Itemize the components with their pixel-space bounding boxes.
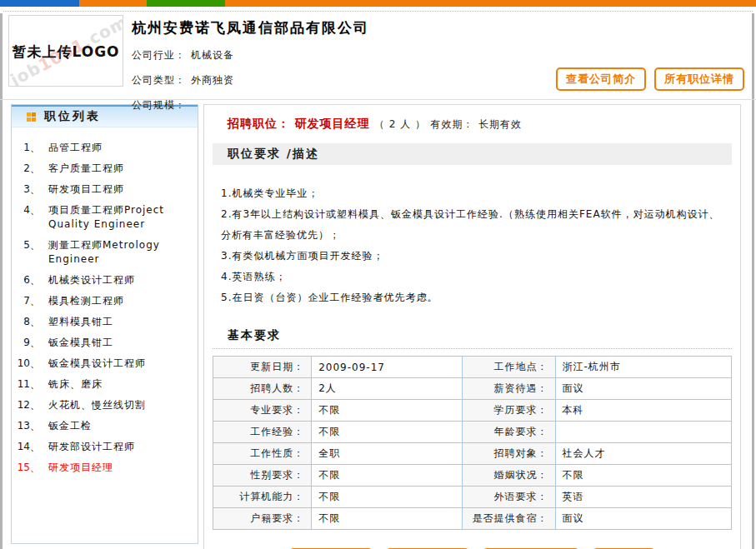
validity-value: 长期有效	[478, 118, 522, 130]
sidebar-job-item-3[interactable]: 3、研发项目工程师	[12, 179, 193, 200]
company-logo-placeholder: job1001.com 暂未上传LOGO	[8, 15, 123, 87]
job-headcount: （ 2 人 ）	[374, 118, 426, 130]
job-item-label: 研发项目工程师	[48, 182, 193, 197]
job-item-label: 钣金工检	[48, 419, 193, 433]
job-item-label: 研发部设计工程师	[48, 440, 193, 454]
job-item-number: 3、	[12, 182, 40, 197]
field-label-cell: 是否提供食宿：	[462, 508, 555, 530]
job-item-label: 钣金模具设计工程师	[48, 357, 193, 371]
job-description: 1.机械类专业毕业；2.有3年以上结构设计或塑料模具、钣金模具设计工作经验.（熟…	[213, 165, 732, 317]
field-value-cell: 本科	[555, 400, 732, 422]
field-value-cell: 不限	[312, 465, 462, 487]
sidebar-job-item-2[interactable]: 2、客户质量工程师	[12, 158, 193, 179]
field-label-cell: 工作经验：	[213, 422, 312, 443]
field-label-cell: 性别要求：	[213, 465, 312, 487]
sidebar-job-item-13[interactable]: 13、钣金工检	[12, 416, 193, 437]
table-row: 招聘人数：2人薪资待遇：面议	[213, 378, 732, 400]
field-value-cell: 不限	[555, 465, 732, 487]
basic-requirements-table: 更新日期：2009-09-17工作地点：浙江-杭州市招聘人数：2人薪资待遇：面议…	[213, 356, 732, 530]
job-item-label: 品管工程师	[48, 141, 193, 155]
job-item-label: 测量工程师Metrology Engineer	[48, 238, 193, 267]
table-row: 更新日期：2009-09-17工作地点：浙江-杭州市	[213, 357, 732, 378]
job-detail-panel: 招聘职位： 研发项目经理 （ 2 人 ） 有效期： 长期有效 职位要求 /描述 …	[203, 104, 741, 549]
basic-requirements-header: 基本要求	[213, 317, 732, 349]
job-item-label: 模具检测工程师	[48, 294, 193, 308]
field-label-cell: 学历要求：	[462, 400, 555, 422]
job-item-number: 15、	[12, 461, 40, 475]
description-line: 2.有3年以上结构设计或塑料模具、钣金模具设计工作经验.（熟练使用相关FEA软件…	[221, 204, 725, 246]
job-item-label: 客户质量工程师	[48, 162, 193, 176]
topbar-segment-orange2	[225, 0, 756, 7]
table-row: 性别要求：不限婚姻状况：不限	[213, 465, 732, 487]
job-header-label: 招聘职位：	[228, 117, 290, 130]
all-positions-button[interactable]: 所有职位详情	[654, 67, 744, 91]
field-label-cell: 工作性质：	[213, 443, 312, 465]
topbar-segment-green	[147, 0, 225, 7]
field-value-cell: 英语	[555, 487, 732, 508]
requirements-section-header: 职位要求 /描述	[213, 143, 732, 165]
field-label-cell: 外语要求：	[462, 487, 555, 508]
table-row: 工作经验：不限年龄要求：	[213, 422, 732, 443]
table-row: 专业要求：不限学历要求：本科	[213, 400, 732, 422]
sidebar-job-item-11[interactable]: 11、铣床、磨床	[12, 374, 193, 395]
sidebar-job-item-6[interactable]: 6、机械类设计工程师	[12, 270, 193, 291]
field-label-cell: 婚姻状况：	[462, 465, 555, 487]
sidebar-job-item-4[interactable]: 4、项目质量工程师Project Quality Engineer	[12, 200, 193, 235]
validity-label: 有效期：	[430, 118, 473, 130]
job-item-label: 钣金模具钳工	[48, 336, 193, 350]
description-line: 3.有类似机械方面项目开发经验；	[221, 246, 725, 267]
sidebar-job-item-15[interactable]: 15、研发项目经理	[12, 457, 193, 478]
sidebar-job-item-5[interactable]: 5、测量工程师Metrology Engineer	[12, 235, 193, 270]
sidebar-job-item-9[interactable]: 9、钣金模具钳工	[12, 332, 193, 353]
field-label-cell: 招聘人数：	[213, 378, 312, 400]
table-row: 计算机能力：不限外语要求：英语	[213, 487, 732, 508]
field-value-cell: 不限	[312, 400, 462, 422]
topbar-segment-blue	[0, 0, 79, 7]
job-item-number: 8、	[12, 315, 40, 329]
job-item-number: 13、	[12, 419, 40, 433]
description-line: 4.英语熟练；	[221, 267, 725, 287]
sidebar-job-item-1[interactable]: 1、品管工程师	[12, 137, 193, 158]
sidebar-job-item-8[interactable]: 8、塑料模具钳工	[12, 312, 193, 332]
table-row: 户籍要求：不限是否提供食宿：面议	[213, 508, 732, 530]
job-title: 研发项目经理	[294, 117, 369, 130]
field-value-cell: 2009-09-17	[312, 357, 462, 378]
sidebar-job-item-14[interactable]: 14、研发部设计工程师	[12, 437, 193, 457]
job-item-number: 1、	[12, 141, 40, 155]
job-item-number: 4、	[12, 203, 40, 232]
field-value-cell: 社会人才	[555, 443, 732, 465]
topbar-segment-orange	[79, 0, 147, 7]
description-line: 1.机械类专业毕业；	[221, 183, 725, 204]
company-industry: 公司行业：机械设备	[132, 48, 744, 62]
job-list-title: 职位列表	[44, 109, 101, 124]
sidebar-job-item-7[interactable]: 7、模具检测工程师	[12, 291, 193, 312]
field-value-cell: 面议	[555, 378, 732, 400]
job-item-number: 5、	[12, 238, 40, 267]
company-header: job1001.com 暂未上传LOGO 杭州安费诺飞凤通信部品有限公司 公司行…	[0, 12, 756, 100]
field-value-cell: 浙江-杭州市	[555, 357, 732, 378]
field-label-cell: 工作地点：	[462, 357, 555, 378]
job-item-number: 2、	[12, 162, 40, 176]
view-company-profile-button[interactable]: 查看公司简介	[556, 67, 646, 91]
job-header: 招聘职位： 研发项目经理 （ 2 人 ） 有效期： 长期有效	[213, 117, 732, 132]
job-item-number: 7、	[12, 294, 40, 308]
field-value-cell: 2人	[312, 378, 462, 400]
grid-squares-icon	[27, 112, 36, 122]
job-item-number: 11、	[12, 377, 40, 392]
top-color-bar	[0, 0, 756, 7]
job-item-label: 火花机、慢丝线切割	[48, 398, 193, 412]
company-name: 杭州安费诺飞凤通信部品有限公司	[132, 17, 744, 37]
sidebar-job-item-10[interactable]: 10、钣金模具设计工程师	[12, 353, 193, 374]
job-item-label: 机械类设计工程师	[48, 273, 193, 287]
field-value-cell: 面议	[555, 508, 732, 530]
description-line: 5.在日资（台资）企业工作经验者优先考虑。	[221, 287, 725, 308]
field-label-cell: 计算机能力：	[213, 487, 312, 508]
job-item-number: 6、	[12, 273, 40, 287]
field-value-cell: 不限	[312, 487, 462, 508]
job-item-number: 12、	[12, 398, 40, 412]
logo-placeholder-text: 暂未上传LOGO	[9, 42, 123, 62]
sidebar-job-item-12[interactable]: 12、火花机、慢丝线切割	[12, 395, 193, 416]
field-label-cell: 年龄要求：	[462, 422, 555, 443]
field-value-cell	[555, 422, 732, 443]
field-value-cell: 全职	[312, 443, 462, 465]
